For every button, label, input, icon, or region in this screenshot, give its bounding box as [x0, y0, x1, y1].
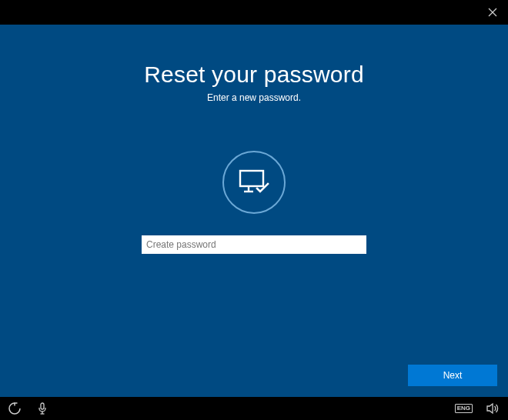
- next-button[interactable]: Next: [408, 365, 497, 386]
- main-stage: Reset your password Enter a new password…: [0, 25, 508, 397]
- close-icon: [488, 8, 497, 17]
- volume-icon: [486, 402, 500, 415]
- volume-button[interactable]: [486, 402, 500, 415]
- ease-of-access-icon: [8, 402, 21, 415]
- ime-indicator[interactable]: ENG: [455, 404, 473, 413]
- page-title: Reset your password: [144, 62, 364, 88]
- close-button[interactable]: [485, 5, 500, 20]
- ease-of-access-button[interactable]: [8, 402, 22, 415]
- microphone-button[interactable]: [35, 402, 49, 415]
- svg-marker-8: [487, 404, 493, 413]
- password-input[interactable]: [142, 235, 366, 254]
- page-subtitle: Enter a new password.: [207, 92, 301, 103]
- titlebar: [0, 0, 508, 25]
- svg-rect-2: [240, 171, 263, 186]
- taskbar: ENG: [0, 397, 508, 420]
- microphone-icon: [37, 402, 48, 415]
- device-checked-icon: [222, 151, 286, 214]
- svg-rect-5: [41, 403, 44, 409]
